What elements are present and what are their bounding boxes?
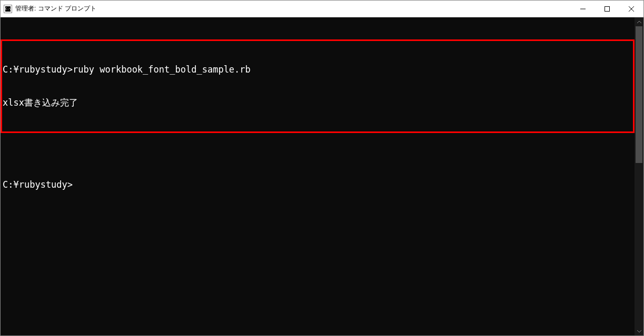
window-title: 管理者: コマンド プロンプト [15,4,571,13]
cmd-icon: C:\ [4,5,12,13]
chevron-up-icon [637,20,641,24]
terminal-line: C:¥rubystudy>ruby workbook_font_bold_sam… [3,64,631,75]
window-controls [571,1,643,17]
minimize-icon [580,6,586,12]
scrollbar-thumb[interactable] [636,26,642,163]
prompt-block: C:¥rubystudy> [1,157,635,212]
command-prompt-window: C:\ 管理者: コマンド プロンプト C:¥rubystudy>ruby wo… [0,0,644,336]
terminal-area[interactable]: C:¥rubystudy>ruby workbook_font_bold_sam… [1,17,643,335]
scroll-down-button[interactable] [635,327,643,335]
terminal-line: xlsx書き込み完了 [3,97,631,108]
maximize-icon [605,6,610,12]
svg-rect-1 [605,6,610,11]
terminal-content: C:¥rubystudy>ruby workbook_font_bold_sam… [1,17,635,335]
scrollbar-track[interactable] [635,26,643,327]
minimize-button[interactable] [571,1,595,17]
vertical-scrollbar[interactable] [635,17,643,335]
close-icon [629,6,634,12]
terminal-prompt: C:¥rubystudy> [3,179,635,190]
maximize-button[interactable] [595,1,619,17]
chevron-down-icon [637,329,641,333]
scroll-up-button[interactable] [635,17,643,26]
titlebar[interactable]: C:\ 管理者: コマンド プロンプト [1,1,643,17]
highlighted-output: C:¥rubystudy>ruby workbook_font_bold_sam… [1,39,635,133]
close-button[interactable] [619,1,643,17]
